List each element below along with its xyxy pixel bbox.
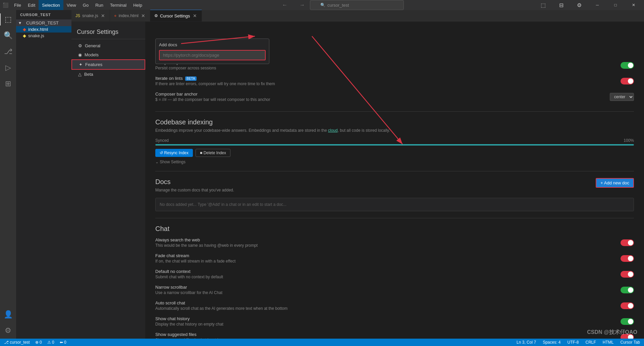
menu-view[interactable]: View <box>63 0 79 10</box>
source-control-icon[interactable]: ⎇ <box>0 44 16 60</box>
tab-snake-js[interactable]: JS snake.js ✕ <box>71 10 110 21</box>
menu-go[interactable]: Go <box>79 0 92 10</box>
cloud-link[interactable]: cloud <box>328 128 338 133</box>
cursor-tab[interactable]: Cursor Tab <box>619 340 641 345</box>
menu-file[interactable]: File <box>11 0 24 10</box>
nav-forward[interactable]: → <box>294 0 310 10</box>
chat-label-0: Always search the web <box>155 237 614 242</box>
errors-count[interactable]: ⊗ 0 <box>34 340 43 345</box>
chat-title: Chat <box>155 225 634 233</box>
js-file-icon: ◆ <box>23 33 26 38</box>
close-button[interactable]: ✕ <box>626 0 641 10</box>
progress-fill <box>155 144 634 146</box>
file-snake-js[interactable]: ◆ snake.js <box>16 33 71 39</box>
file-label: snake.js <box>28 33 44 38</box>
chat-section: Chat Always search the web This would be… <box>155 225 634 339</box>
html-file-icon: ◆ <box>23 27 26 32</box>
chat-setting-info-0: Always search the web This would be the … <box>155 237 614 248</box>
menu-run[interactable]: Run <box>92 0 107 10</box>
activity-bar: ⬚ 🔍 ⎇ ▷ ⊞ 👤 ⚙ <box>0 10 16 339</box>
chat-toggle-5[interactable] <box>621 318 634 325</box>
file-label: index.html <box>28 27 48 32</box>
iterate-lints-toggle[interactable] <box>621 78 634 84</box>
tab-index-html[interactable]: ⋄ index.html ✕ <box>110 10 150 21</box>
window-controls: ⬚ ⊟ ⚙ ─ □ ✕ <box>535 0 641 10</box>
extensions-icon[interactable]: ⊞ <box>0 76 16 92</box>
chat-setting-info-2: Default no context Submit chat with no c… <box>155 269 614 279</box>
search-icon: 🔍 <box>320 3 325 7</box>
file-index-html[interactable]: ◆ index.html <box>16 26 71 33</box>
chat-setting-3: Narrow scrollbar Use a narrow scrollbar … <box>155 282 634 298</box>
chat-setting-6: Show suggested files Show suggested file… <box>155 329 634 339</box>
iterate-lints-row: Iterate on lints BETA If there are linte… <box>155 73 634 89</box>
chat-desc-1: If on, the chat will stream in with a fa… <box>155 259 614 264</box>
global-search[interactable]: 🔍 cursor_test <box>310 0 404 10</box>
project-folder[interactable]: ▾ CURSOR_TEST <box>16 19 71 26</box>
warnings-count[interactable]: ⚠ 0 <box>46 340 56 345</box>
nav-features[interactable]: ✦ Features <box>71 59 145 70</box>
encoding[interactable]: UTF-8 <box>566 340 580 345</box>
split-icon[interactable]: ⊟ <box>553 0 569 10</box>
settings-icon[interactable]: ⚙ <box>572 0 587 10</box>
info-count[interactable]: ⬅ 0 <box>58 340 68 345</box>
settings-tab-icon: ⚙ <box>154 13 158 18</box>
resync-index-button[interactable]: ↺ Resync Index <box>155 149 193 157</box>
layout-icon[interactable]: ⬚ <box>535 0 551 10</box>
composer-persistence-toggle[interactable] <box>621 62 634 69</box>
js-tab-icon: JS <box>75 13 80 18</box>
add-docs-input[interactable] <box>159 50 266 60</box>
maximize-button[interactable]: □ <box>608 0 623 10</box>
chat-setting-0: Always search the web This would be the … <box>155 235 634 250</box>
search-text: cursor_test <box>327 3 349 8</box>
line-ending[interactable]: CRLF <box>584 340 597 345</box>
git-branch[interactable]: ⎇ cursor_test <box>3 340 31 345</box>
chat-toggle-2[interactable] <box>621 271 634 278</box>
nav-beta[interactable]: △ Beta <box>71 70 145 79</box>
chat-setting-1: Fade chat stream If on, the chat will st… <box>155 250 634 266</box>
minimize-button[interactable]: ─ <box>590 0 605 10</box>
tab-label: snake.js <box>82 13 98 18</box>
nav-general[interactable]: ⚙ General <box>71 41 145 50</box>
tab-close-index[interactable]: ✕ <box>141 12 146 19</box>
explorer-sidebar: CURSOR_TEST ▾ CURSOR_TEST ◆ index.html ◆… <box>16 10 71 339</box>
divider-3 <box>155 218 634 218</box>
chat-toggle-4[interactable] <box>621 302 634 309</box>
chat-setting-2: Default no context Submit chat with no c… <box>155 266 634 282</box>
add-docs-title: Add docs <box>159 42 266 47</box>
composer-persistence-desc: Persist composer across sessions <box>155 66 614 70</box>
tab-close-settings[interactable]: ✕ <box>192 12 198 19</box>
nav-models[interactable]: ◉ Models <box>71 50 145 59</box>
run-debug-icon[interactable]: ▷ <box>0 60 16 76</box>
add-new-doc-button[interactable]: + Add new doc <box>596 178 634 188</box>
delete-index-button[interactable]: ■ Delete Index <box>196 149 230 157</box>
docs-empty: No docs added yet... Type '@Add' in a ch… <box>155 198 634 211</box>
chat-toggle-3[interactable] <box>621 287 634 293</box>
menu-help[interactable]: Help <box>130 0 146 10</box>
docs-section: Docs + Add new doc Manage the custom doc… <box>155 178 634 211</box>
chat-toggle-6[interactable] <box>621 334 634 339</box>
nav-back[interactable]: ← <box>277 0 292 10</box>
chat-toggle-0[interactable] <box>621 239 634 246</box>
composer-anchor-select[interactable]: center <box>610 93 634 101</box>
search-activity-icon[interactable]: 🔍 <box>0 27 16 44</box>
menu-edit[interactable]: Edit <box>24 0 39 10</box>
tab-label: Cursor Settings <box>160 13 190 18</box>
tab-close-snake[interactable]: ✕ <box>100 12 106 19</box>
nav-label: Beta <box>84 72 93 77</box>
manage-icon[interactable]: ⚙ <box>0 323 16 339</box>
features-icon: ✦ <box>79 62 83 67</box>
synced-label: Synced <box>155 138 169 143</box>
menu-selection[interactable]: Selection <box>39 0 63 10</box>
tab-cursor-settings[interactable]: ⚙ Cursor Settings ✕ <box>150 10 202 21</box>
nav-label: Models <box>85 52 99 57</box>
menu-terminal[interactable]: Terminal <box>107 0 130 10</box>
explorer-icon[interactable]: ⬚ <box>0 11 16 27</box>
chat-setting-info-6: Show suggested files Show suggested file… <box>155 332 614 339</box>
chat-toggle-1[interactable] <box>621 255 634 262</box>
indent-size[interactable]: Spaces: 4 <box>541 340 562 345</box>
synced-percent: 100% <box>624 138 634 143</box>
cursor-position[interactable]: Ln 3, Col 7 <box>515 340 537 345</box>
account-icon[interactable]: 👤 <box>0 306 16 323</box>
language-mode[interactable]: HTML <box>601 340 615 345</box>
show-settings-toggle[interactable]: ⌄ Show Settings <box>155 160 634 164</box>
